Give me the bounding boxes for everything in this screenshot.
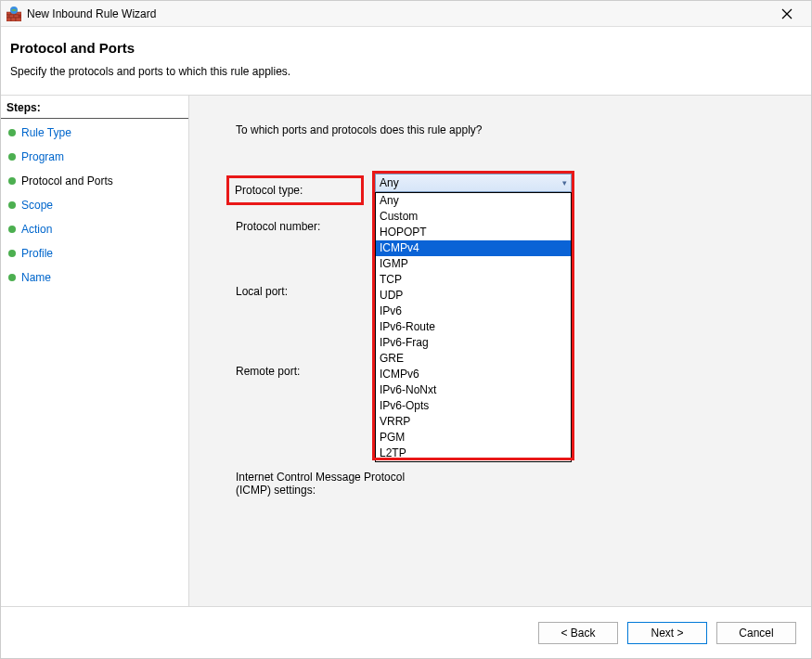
- step-label: Program: [21, 150, 64, 163]
- step-label: Scope: [21, 199, 53, 212]
- firewall-icon: [6, 6, 21, 21]
- svg-rect-5: [9, 15, 14, 18]
- bullet-icon: [8, 201, 16, 209]
- close-button[interactable]: [768, 1, 806, 27]
- footer: < Back Next > Cancel: [1, 606, 811, 658]
- step-item-name[interactable]: Name: [1, 265, 188, 290]
- next-button[interactable]: Next >: [627, 622, 707, 644]
- steps-sidebar: Steps: Rule TypeProgramProtocol and Port…: [1, 96, 189, 606]
- step-label: Protocol and Ports: [21, 174, 113, 187]
- main-pane: To which ports and protocols does this r…: [189, 96, 811, 606]
- label-cell-protocol-type: Protocol type:: [236, 174, 375, 205]
- step-item-program[interactable]: Program: [1, 145, 188, 169]
- wizard-window: New Inbound Rule Wizard Protocol and Por…: [0, 0, 812, 659]
- step-item-profile[interactable]: Profile: [1, 241, 188, 265]
- label-icmp: Internet Control Message Protocol (ICMP)…: [236, 469, 421, 497]
- label-local-port: Local port:: [236, 283, 375, 298]
- option-icmpv6[interactable]: ICMPv6: [376, 367, 571, 382]
- svg-rect-9: [16, 18, 21, 21]
- bullet-icon: [8, 226, 16, 233]
- option-l2tp[interactable]: L2TP: [376, 446, 571, 461]
- titlebar: New Inbound Rule Wizard: [1, 1, 811, 27]
- step-label: Rule Type: [21, 126, 71, 139]
- step-item-action[interactable]: Action: [1, 217, 188, 241]
- back-button[interactable]: < Back: [538, 622, 618, 644]
- svg-rect-4: [6, 15, 9, 18]
- option-ipv6-route[interactable]: IPv6-Route: [376, 319, 571, 335]
- svg-rect-6: [14, 15, 19, 18]
- bullet-icon: [8, 274, 16, 281]
- option-tcp[interactable]: TCP: [376, 272, 571, 288]
- option-gre[interactable]: GRE: [376, 351, 571, 367]
- label-icmp-line2: (ICMP) settings:: [236, 484, 421, 497]
- highlight-protocol-label: Protocol type:: [226, 175, 364, 205]
- body: Steps: Rule TypeProgramProtocol and Port…: [1, 96, 811, 606]
- step-label: Action: [21, 223, 52, 236]
- option-ipv6-frag[interactable]: IPv6-Frag: [376, 335, 571, 351]
- protocol-type-dropdown[interactable]: AnyCustomHOPOPTICMPv4IGMPTCPUDPIPv6IPv6-…: [375, 192, 572, 462]
- close-icon: [781, 8, 793, 19]
- option-udp[interactable]: UDP: [376, 288, 571, 304]
- option-any[interactable]: Any: [376, 193, 571, 209]
- step-label: Name: [21, 271, 51, 284]
- option-ipv6-opts[interactable]: IPv6-Opts: [376, 398, 571, 414]
- titlebar-left: New Inbound Rule Wizard: [6, 6, 156, 21]
- svg-rect-8: [11, 18, 16, 21]
- bullet-icon: [8, 177, 16, 185]
- window-title: New Inbound Rule Wizard: [27, 7, 156, 20]
- label-protocol-type: Protocol type:: [235, 184, 303, 197]
- protocol-type-select[interactable]: Any ▾: [375, 174, 572, 192]
- steps-header: Steps:: [1, 97, 188, 119]
- label-protocol-number: Protocol number:: [236, 218, 375, 233]
- bullet-icon: [8, 250, 16, 257]
- page-subtitle: Specify the protocols and ports to which…: [10, 65, 796, 78]
- label-icmp-line1: Internet Control Message Protocol: [236, 471, 421, 484]
- bullet-icon: [8, 129, 16, 136]
- cancel-button[interactable]: Cancel: [716, 622, 796, 644]
- bullet-icon: [8, 153, 16, 161]
- question-text: To which ports and protocols does this r…: [236, 123, 793, 136]
- option-vrrp[interactable]: VRRP: [376, 414, 571, 430]
- step-item-scope[interactable]: Scope: [1, 193, 188, 217]
- svg-rect-7: [6, 18, 11, 21]
- option-ipv6[interactable]: IPv6: [376, 304, 571, 319]
- protocol-type-value: Any: [380, 176, 399, 189]
- option-pgm[interactable]: PGM: [376, 430, 571, 446]
- svg-rect-1: [6, 12, 11, 15]
- chevron-down-icon: ▾: [562, 178, 567, 187]
- step-item-protocol-and-ports: Protocol and Ports: [1, 169, 188, 193]
- label-remote-port: Remote port:: [236, 363, 375, 378]
- header: Protocol and Ports Specify the protocols…: [1, 27, 811, 96]
- step-item-rule-type[interactable]: Rule Type: [1, 121, 188, 145]
- option-ipv6-nonxt[interactable]: IPv6-NoNxt: [376, 382, 571, 398]
- option-custom[interactable]: Custom: [376, 209, 571, 225]
- row-protocol-type: Protocol type: Any ▾ AnyCustomHOPOPTICMP…: [236, 174, 793, 205]
- row-icmp: Internet Control Message Protocol (ICMP)…: [236, 469, 793, 497]
- step-label: Profile: [21, 247, 53, 260]
- protocol-type-wrap: Any ▾ AnyCustomHOPOPTICMPv4IGMPTCPUDPIPv…: [375, 174, 572, 192]
- option-igmp[interactable]: IGMP: [376, 256, 571, 272]
- option-hopopt[interactable]: HOPOPT: [376, 225, 571, 240]
- page-title: Protocol and Ports: [10, 40, 796, 56]
- option-icmpv4[interactable]: ICMPv4: [376, 240, 571, 256]
